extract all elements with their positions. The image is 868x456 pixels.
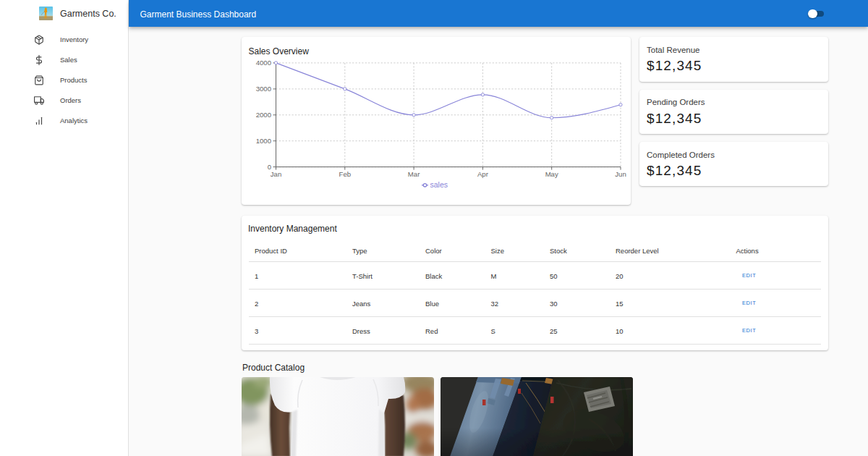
svg-text:3000: 3000: [256, 85, 271, 93]
svg-text:Jun: Jun: [615, 170, 626, 178]
svg-text:Apr: Apr: [477, 170, 489, 178]
svg-text:Jan: Jan: [271, 170, 281, 178]
svg-text:4000: 4000: [256, 59, 271, 67]
svg-text:May: May: [545, 170, 558, 178]
svg-text:1000: 1000: [256, 137, 271, 145]
svg-text:Mar: Mar: [408, 170, 420, 178]
svg-text:2000: 2000: [256, 111, 271, 119]
svg-text:sales: sales: [430, 180, 448, 189]
svg-text:Feb: Feb: [339, 170, 352, 178]
